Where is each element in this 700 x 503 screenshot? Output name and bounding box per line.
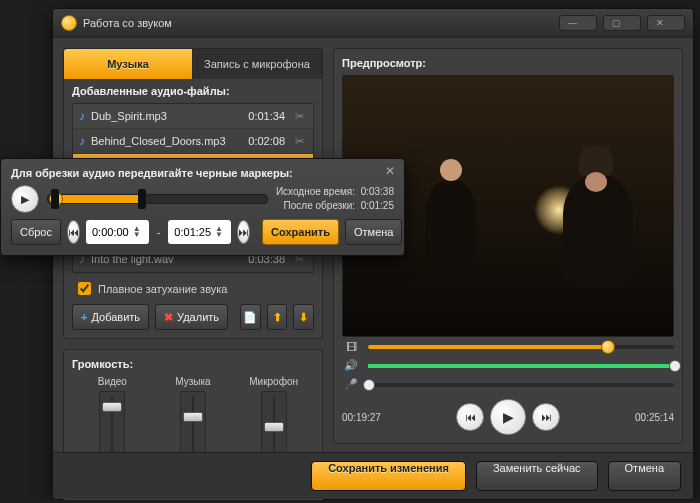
filmstrip-icon: 🎞: [342, 341, 360, 353]
music-note-icon: ♪: [79, 109, 85, 123]
add-button[interactable]: +Добавить: [72, 304, 149, 330]
popup-title: Для обрезки аудио передвигайте черные ма…: [11, 167, 394, 179]
popup-info: Исходное время: 0:03:38 После обрезки: 0…: [276, 185, 394, 213]
next-button[interactable]: ⏭: [532, 403, 560, 431]
close-button[interactable]: ✕: [647, 15, 685, 31]
window-title: Работа со звуком: [83, 17, 559, 29]
app-icon: [61, 15, 77, 31]
titlebar: Работа со звуком — ▢ ✕: [53, 9, 693, 38]
tab-music[interactable]: Музыка: [64, 49, 193, 79]
audio-level-slider[interactable]: [368, 364, 674, 368]
maximize-button[interactable]: ▢: [603, 15, 641, 31]
cancel-button[interactable]: Отмена: [608, 461, 681, 491]
save-changes-button[interactable]: Сохранить изменения: [311, 461, 466, 491]
mic-level-slider[interactable]: [368, 383, 674, 387]
popup-play-button[interactable]: ▶: [11, 185, 39, 213]
move-up-button[interactable]: ⬆: [267, 304, 288, 330]
x-icon: ✖: [164, 311, 173, 324]
settings-button[interactable]: 📄: [240, 304, 261, 330]
preview-header: Предпросмотр:: [342, 57, 674, 69]
fade-checkbox-label[interactable]: Плавное затухание звука: [74, 279, 312, 298]
files-header: Добавленные аудио-файлы:: [72, 85, 314, 97]
trim-marker-end[interactable]: [138, 189, 146, 209]
scissors-icon[interactable]: ✂: [291, 110, 307, 123]
vol-label-music: Музыка: [175, 376, 210, 387]
vol-label-video: Видео: [98, 376, 127, 387]
trim-popup: ✕ Для обрезки аудио передвигайте черные …: [0, 158, 405, 256]
delete-button[interactable]: ✖Удалить: [155, 304, 228, 330]
arrow-up-icon: ⬆: [273, 311, 282, 324]
scissors-icon[interactable]: ✂: [291, 135, 307, 148]
plus-icon: +: [81, 311, 87, 323]
popup-close-button[interactable]: ✕: [382, 163, 398, 179]
popup-cancel-button[interactable]: Отмена: [345, 219, 402, 245]
time-to-input[interactable]: 0:01:25▲▼: [168, 220, 231, 244]
reset-button[interactable]: Сброс: [11, 219, 61, 245]
move-down-button[interactable]: ⬇: [293, 304, 314, 330]
fade-checkbox[interactable]: [78, 282, 91, 295]
vol-label-mic: Микрофон: [249, 376, 298, 387]
trim-range-slider[interactable]: [47, 194, 268, 204]
minimize-button[interactable]: —: [559, 15, 597, 31]
mic-icon: 🎤: [342, 378, 360, 391]
goto-end-button[interactable]: ⏭: [237, 220, 250, 244]
replace-now-button[interactable]: Заменить сейчас: [476, 461, 598, 491]
trim-marker-start[interactable]: [51, 189, 59, 209]
volume-icon: 🔊: [342, 359, 360, 372]
volume-header: Громкость:: [72, 358, 314, 370]
prev-button[interactable]: ⏮: [456, 403, 484, 431]
popup-save-button[interactable]: Сохранить: [262, 219, 339, 245]
video-seek-slider[interactable]: [368, 345, 674, 349]
play-button[interactable]: ▶: [490, 399, 526, 435]
dialog-footer: Сохранить изменения Заменить сейчас Отме…: [53, 452, 693, 499]
time-total: 00:25:14: [635, 412, 674, 423]
time-from-input[interactable]: 0:00:00▲▼: [86, 220, 149, 244]
arrow-down-icon: ⬇: [299, 311, 308, 324]
list-item[interactable]: ♪ Dub_Spirit.mp3 0:01:34 ✂: [73, 104, 313, 129]
time-current: 00:19:27: [342, 412, 381, 423]
list-item[interactable]: ♪ Behind_Closed_Doors.mp3 0:02:08 ✂: [73, 129, 313, 154]
music-note-icon: ♪: [79, 134, 85, 148]
tab-microphone[interactable]: Запись с микрофона: [193, 49, 322, 79]
goto-start-button[interactable]: ⏮: [67, 220, 80, 244]
